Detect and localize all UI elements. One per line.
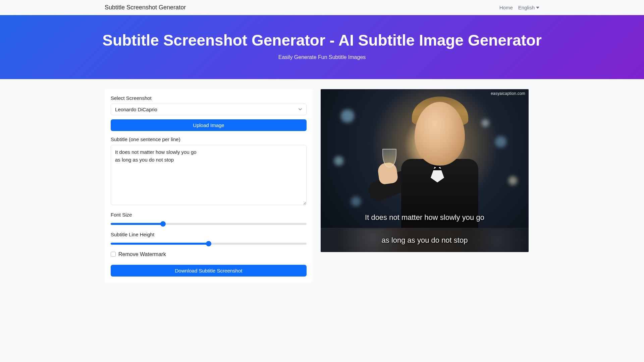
subtitle-line-2: as long as you do not stop	[321, 236, 529, 245]
main-content: Select Screenshot Leonardo DiCaprio Uplo…	[101, 79, 543, 293]
preview-main-frame: easyaicaption.com It does not matter how…	[321, 89, 529, 228]
bokeh-light	[341, 109, 354, 123]
navbar-right: Home English	[499, 5, 543, 10]
watermark-text: easyaicaption.com	[491, 91, 525, 96]
hero-title: Subtitle Screenshot Generator - AI Subti…	[7, 31, 637, 50]
language-label: English	[518, 5, 535, 10]
language-dropdown[interactable]: English	[518, 5, 539, 10]
remove-watermark-checkbox[interactable]	[111, 252, 116, 257]
subtitle-textarea-label: Subtitle (one sentence per line)	[111, 136, 307, 142]
bokeh-light	[508, 176, 517, 185]
subtitle-textarea[interactable]	[111, 145, 307, 205]
hero-subtitle: Easily Generate Fun Subtitle Images	[7, 54, 637, 60]
preview-image: easyaicaption.com It does not matter how…	[321, 89, 529, 252]
line-height-slider[interactable]	[111, 243, 307, 245]
brand-title[interactable]: Subtitle Screenshot Generator	[101, 4, 186, 11]
caret-down-icon	[536, 5, 539, 10]
select-screenshot-label: Select Screenshot	[111, 95, 307, 101]
remove-watermark-label: Remove Watermark	[118, 251, 166, 257]
preview-strip-frame: as long as you do not stop	[321, 228, 529, 252]
hero-banner: Subtitle Screenshot Generator - AI Subti…	[0, 15, 644, 79]
settings-panel: Select Screenshot Leonardo DiCaprio Uplo…	[105, 89, 313, 283]
chevron-down-icon	[298, 107, 302, 112]
screenshot-select-value: Leonardo DiCaprio	[115, 107, 157, 112]
line-height-label: Subtitle Line Height	[111, 232, 307, 237]
bokeh-light	[334, 156, 343, 166]
upload-image-button[interactable]: Upload Image	[111, 119, 307, 131]
navbar: Subtitle Screenshot Generator Home Engli…	[101, 0, 543, 15]
remove-watermark-row: Remove Watermark	[111, 251, 307, 257]
screenshot-select[interactable]: Leonardo DiCaprio	[111, 104, 307, 115]
font-size-slider[interactable]	[111, 223, 307, 225]
bokeh-light	[495, 136, 506, 147]
bokeh-light	[351, 196, 361, 206]
nav-home[interactable]: Home	[499, 5, 513, 10]
download-button[interactable]: Download Subtitle Screenshot	[111, 265, 307, 277]
figure-illustration	[388, 99, 488, 228]
font-size-label: Font Size	[111, 212, 307, 218]
subtitle-line-1: It does not matter how slowly you go	[321, 213, 529, 222]
